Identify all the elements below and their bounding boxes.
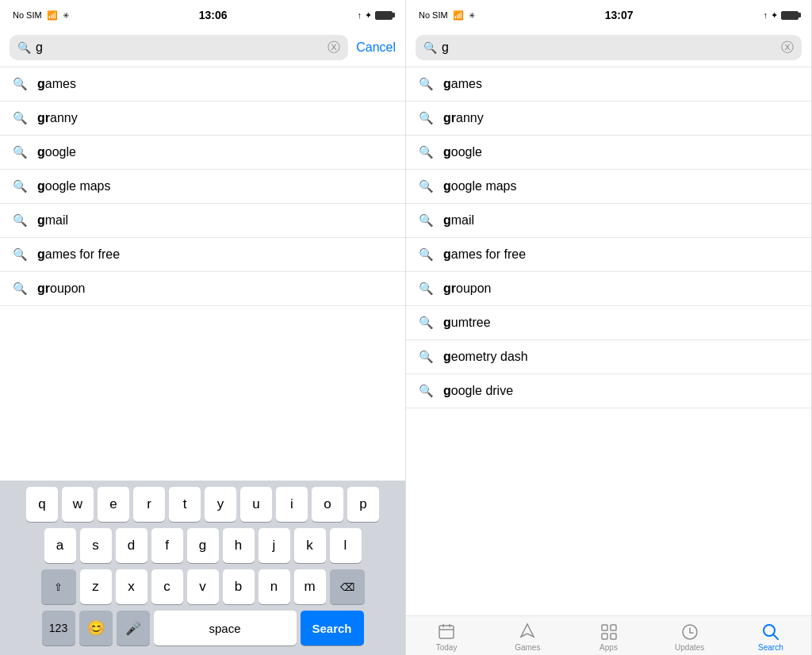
suggestion-text: google bbox=[443, 145, 482, 159]
key-search[interactable]: Search bbox=[301, 611, 364, 645]
suggestion-search-icon: 🔍 bbox=[419, 282, 434, 296]
key-r[interactable]: r bbox=[133, 487, 165, 522]
key-h[interactable]: h bbox=[223, 528, 255, 563]
suggestion-item-granny[interactable]: 🔍 granny bbox=[406, 102, 811, 136]
key-a[interactable]: a bbox=[44, 528, 76, 563]
suggestion-item-games-for-free[interactable]: 🔍 games for free bbox=[0, 238, 405, 272]
key-p[interactable]: p bbox=[347, 487, 379, 522]
right-search-input-wrap[interactable]: 🔍 g ⓧ bbox=[416, 35, 802, 60]
suggestion-search-icon: 🔍 bbox=[13, 179, 28, 193]
battery-icon bbox=[375, 11, 393, 20]
suggestion-text: gmail bbox=[443, 213, 474, 228]
key-l[interactable]: l bbox=[330, 528, 362, 563]
left-clear-button[interactable]: ⓧ bbox=[327, 41, 340, 54]
key-q[interactable]: q bbox=[26, 487, 58, 522]
key-shift[interactable]: ⇧ bbox=[41, 569, 76, 604]
suggestion-item-gmail[interactable]: 🔍 gmail bbox=[0, 204, 405, 238]
left-phone-panel: No SIM 📶 ✳︎ 13:06 ↑ ✦ 🔍 g ⓧ Cancel 🔍 gam… bbox=[0, 0, 406, 655]
left-status-bar: No SIM 📶 ✳︎ 13:06 ↑ ✦ bbox=[0, 0, 405, 29]
suggestion-text: games bbox=[443, 77, 482, 91]
sun-icon: ✳︎ bbox=[469, 11, 475, 20]
suggestion-search-icon: 🔍 bbox=[13, 282, 28, 296]
key-v[interactable]: v bbox=[187, 569, 219, 604]
keyboard-row-4: 123 😊 🎤 space Search bbox=[3, 611, 402, 645]
tab-games-label: Games bbox=[515, 643, 540, 652]
key-d[interactable]: d bbox=[116, 528, 147, 563]
key-x[interactable]: x bbox=[116, 569, 147, 604]
suggestion-item-games-for-free[interactable]: 🔍 games for free bbox=[406, 238, 811, 272]
suggestion-item-games[interactable]: 🔍 games bbox=[406, 67, 811, 102]
suggestion-text: google drive bbox=[443, 384, 513, 398]
suggestion-text: google bbox=[37, 145, 76, 159]
suggestion-item-google-drive[interactable]: 🔍 google drive bbox=[406, 374, 811, 408]
key-e[interactable]: e bbox=[98, 487, 129, 522]
suggestion-search-icon: 🔍 bbox=[419, 384, 434, 398]
suggestion-item-geometry-dash[interactable]: 🔍 geometry dash bbox=[406, 340, 811, 374]
keyboard-row-1: q w e r t y u i o p bbox=[3, 487, 402, 522]
key-w[interactable]: w bbox=[62, 487, 94, 522]
suggestion-search-icon: 🔍 bbox=[419, 111, 434, 125]
key-c[interactable]: c bbox=[151, 569, 183, 604]
battery-icon bbox=[781, 11, 799, 20]
key-f[interactable]: f bbox=[151, 528, 183, 563]
svg-rect-4 bbox=[602, 625, 607, 630]
tab-games[interactable]: Games bbox=[487, 622, 568, 652]
suggestion-item-groupon[interactable]: 🔍 groupon bbox=[0, 272, 405, 306]
key-u[interactable]: u bbox=[240, 487, 272, 522]
suggestion-item-games[interactable]: 🔍 games bbox=[0, 67, 405, 102]
suggestion-text: granny bbox=[443, 111, 484, 125]
key-j[interactable]: j bbox=[259, 528, 290, 563]
svg-rect-5 bbox=[611, 625, 616, 630]
key-o[interactable]: o bbox=[312, 487, 343, 522]
right-status-right: ↑ ✦ bbox=[764, 10, 799, 21]
key-m[interactable]: m bbox=[294, 569, 326, 604]
suggestion-item-google-maps[interactable]: 🔍 google maps bbox=[406, 170, 811, 204]
suggestion-text: granny bbox=[37, 111, 78, 125]
key-s[interactable]: s bbox=[80, 528, 112, 563]
suggestion-item-gmail[interactable]: 🔍 gmail bbox=[406, 204, 811, 238]
right-clear-button[interactable]: ⓧ bbox=[781, 41, 794, 54]
svg-rect-0 bbox=[439, 626, 454, 638]
key-z[interactable]: z bbox=[80, 569, 112, 604]
tab-today-label: Today bbox=[436, 643, 458, 652]
suggestion-item-google[interactable]: 🔍 google bbox=[406, 136, 811, 170]
suggestion-search-icon: 🔍 bbox=[419, 316, 434, 330]
key-delete[interactable]: ⌫ bbox=[330, 569, 365, 604]
left-search-input-wrap[interactable]: 🔍 g ⓧ bbox=[10, 35, 348, 60]
key-space[interactable]: space bbox=[154, 611, 297, 645]
tab-apps[interactable]: Apps bbox=[568, 622, 649, 652]
suggestion-search-icon: 🔍 bbox=[419, 247, 434, 262]
suggestion-text: gmail bbox=[37, 213, 68, 228]
tab-search[interactable]: Search bbox=[730, 622, 811, 652]
key-g[interactable]: g bbox=[187, 528, 219, 563]
key-y[interactable]: y bbox=[205, 487, 236, 522]
sun-icon: ✳︎ bbox=[63, 11, 69, 20]
suggestion-item-google-maps[interactable]: 🔍 google maps bbox=[0, 170, 405, 204]
key-mic[interactable]: 🎤 bbox=[117, 611, 150, 645]
svg-rect-6 bbox=[602, 634, 607, 639]
bluetooth-icon: ✦ bbox=[771, 10, 778, 21]
suggestion-item-google[interactable]: 🔍 google bbox=[0, 136, 405, 170]
svg-line-10 bbox=[773, 635, 778, 640]
key-numbers[interactable]: 123 bbox=[42, 611, 75, 645]
suggestion-item-granny[interactable]: 🔍 granny bbox=[0, 102, 405, 136]
suggestion-text: groupon bbox=[443, 282, 492, 296]
suggestion-text: gumtree bbox=[443, 316, 491, 330]
tab-apps-label: Apps bbox=[599, 643, 618, 652]
key-b[interactable]: b bbox=[223, 569, 255, 604]
key-i[interactable]: i bbox=[276, 487, 308, 522]
suggestion-text: groupon bbox=[37, 282, 86, 296]
left-cancel-button[interactable]: Cancel bbox=[356, 40, 396, 55]
left-search-input[interactable]: g bbox=[36, 40, 323, 55]
key-emoji[interactable]: 😊 bbox=[79, 611, 113, 645]
suggestion-item-gumtree[interactable]: 🔍 gumtree bbox=[406, 306, 811, 340]
left-status-left: No SIM 📶 ✳︎ bbox=[13, 10, 69, 21]
key-n[interactable]: n bbox=[259, 569, 290, 604]
suggestion-text: geometry dash bbox=[443, 350, 528, 364]
suggestion-item-groupon[interactable]: 🔍 groupon bbox=[406, 272, 811, 306]
right-search-input[interactable]: g bbox=[442, 40, 776, 55]
tab-today[interactable]: Today bbox=[406, 622, 487, 652]
tab-updates[interactable]: Updates bbox=[649, 622, 730, 652]
key-t[interactable]: t bbox=[169, 487, 201, 522]
key-k[interactable]: k bbox=[294, 528, 326, 563]
